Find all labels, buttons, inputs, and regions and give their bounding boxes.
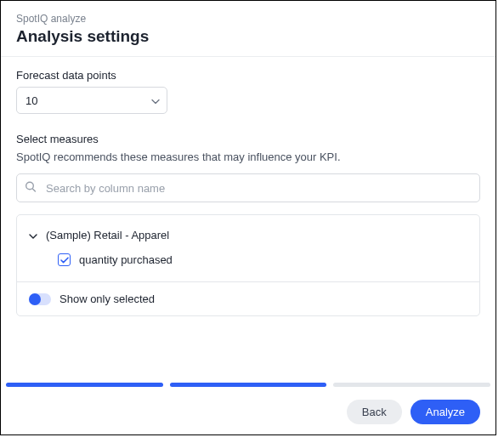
group-title: (Sample) Retail - Apparel xyxy=(46,229,169,241)
progress-segment-1 xyxy=(6,383,163,387)
measure-group: (Sample) Retail - Apparel quantity purch… xyxy=(17,215,479,281)
measures-section: Select measures SpotIQ recommends these … xyxy=(16,133,480,316)
forecast-select-wrap: 10 xyxy=(16,87,167,114)
group-header[interactable]: (Sample) Retail - Apparel xyxy=(29,229,467,241)
measures-box: (Sample) Retail - Apparel quantity purch… xyxy=(16,214,480,316)
svg-line-1 xyxy=(32,189,35,191)
forecast-value: 10 xyxy=(25,94,37,107)
page-title: Analysis settings xyxy=(16,27,480,46)
forecast-select[interactable]: 10 xyxy=(16,87,167,114)
analyze-button[interactable]: Analyze xyxy=(411,400,480,424)
modal-footer: Back Analyze xyxy=(1,389,496,434)
measure-label: quantity purchased xyxy=(79,253,173,266)
progress-row xyxy=(1,383,496,387)
toggle-label: Show only selected xyxy=(59,292,155,305)
forecast-label: Forecast data points xyxy=(16,69,480,82)
header-eyebrow: SpotIQ analyze xyxy=(16,13,480,25)
back-button[interactable]: Back xyxy=(347,400,402,424)
measures-label: Select measures xyxy=(16,133,480,145)
measure-item: quantity purchased xyxy=(29,253,467,266)
chevron-down-icon xyxy=(29,229,37,241)
toggle-row: Show only selected xyxy=(17,281,479,315)
measures-subtext: SpotIQ recommends these measures that ma… xyxy=(16,151,480,163)
search-wrap xyxy=(16,173,480,202)
modal-header: SpotIQ analyze Analysis settings xyxy=(1,1,496,57)
analysis-settings-modal: SpotIQ analyze Analysis settings Forecas… xyxy=(0,0,496,435)
modal-body: Forecast data points 10 Select measures … xyxy=(1,57,496,434)
progress-segment-3 xyxy=(333,383,490,387)
progress-segment-2 xyxy=(170,383,327,387)
show-only-selected-toggle[interactable] xyxy=(29,293,51,305)
measures-search-input[interactable] xyxy=(16,173,480,202)
toggle-knob xyxy=(29,293,41,305)
measure-checkbox[interactable] xyxy=(58,253,71,266)
search-icon xyxy=(25,181,37,196)
